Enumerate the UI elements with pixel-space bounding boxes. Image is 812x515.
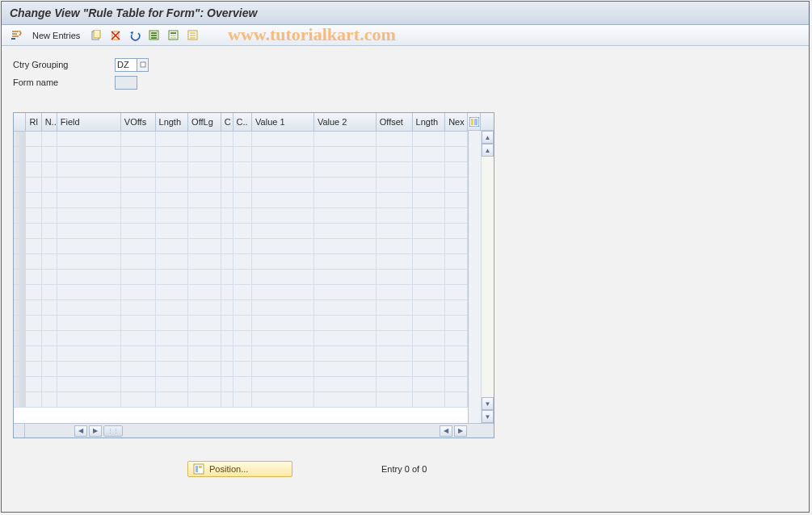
- cell[interactable]: [313, 269, 376, 284]
- cell[interactable]: [120, 345, 155, 361]
- cell[interactable]: [26, 269, 41, 284]
- cell[interactable]: [188, 391, 221, 407]
- cell[interactable]: [57, 223, 120, 238]
- cell[interactable]: [313, 376, 376, 391]
- cell[interactable]: [313, 238, 376, 253]
- cell[interactable]: [313, 192, 376, 207]
- cell[interactable]: [313, 315, 376, 330]
- horizontal-scrollbar[interactable]: ◀ ▶ ⋮⋮ ◀ ▶: [14, 423, 494, 438]
- cell[interactable]: [41, 391, 57, 407]
- cell[interactable]: [233, 192, 251, 207]
- cell[interactable]: [41, 177, 57, 192]
- cell[interactable]: [155, 223, 188, 238]
- cell[interactable]: [412, 391, 445, 407]
- row-selector[interactable]: [14, 376, 26, 391]
- table-settings-icon[interactable]: [468, 113, 481, 131]
- cell[interactable]: [188, 161, 221, 177]
- select-all-icon[interactable]: [146, 28, 162, 43]
- cell[interactable]: [376, 238, 412, 253]
- cell[interactable]: [412, 192, 445, 207]
- cell[interactable]: [120, 238, 155, 253]
- column-header[interactable]: Lngth: [155, 113, 188, 131]
- row-selector[interactable]: [14, 192, 26, 207]
- cell[interactable]: [188, 192, 221, 207]
- column-header[interactable]: Value 1: [252, 113, 314, 131]
- cell[interactable]: [252, 253, 314, 269]
- cell[interactable]: [155, 345, 188, 361]
- table-row[interactable]: [14, 391, 468, 407]
- cell[interactable]: [313, 146, 376, 161]
- cell[interactable]: [233, 146, 251, 161]
- table-row[interactable]: [14, 284, 468, 299]
- cell[interactable]: [41, 192, 57, 207]
- cell[interactable]: [252, 161, 314, 177]
- cell[interactable]: [313, 177, 376, 192]
- cell[interactable]: [233, 161, 251, 177]
- cell[interactable]: [57, 315, 120, 330]
- column-header[interactable]: Field: [57, 113, 120, 131]
- cell[interactable]: [233, 238, 251, 253]
- table-row[interactable]: [14, 131, 468, 146]
- cell[interactable]: [233, 223, 251, 238]
- row-selector[interactable]: [14, 131, 26, 146]
- cell[interactable]: [41, 253, 57, 269]
- cell[interactable]: [26, 192, 41, 207]
- cell[interactable]: [445, 284, 468, 299]
- cell[interactable]: [26, 345, 41, 361]
- cell[interactable]: [26, 361, 41, 376]
- cell[interactable]: [412, 330, 445, 345]
- cell[interactable]: [445, 299, 468, 315]
- cell[interactable]: [376, 299, 412, 315]
- cell[interactable]: [41, 330, 57, 345]
- cell[interactable]: [233, 253, 251, 269]
- cell[interactable]: [57, 177, 120, 192]
- row-selector[interactable]: [14, 345, 26, 361]
- column-header[interactable]: VOffs: [120, 113, 155, 131]
- column-header[interactable]: C..: [233, 113, 251, 131]
- cell[interactable]: [445, 192, 468, 207]
- cell[interactable]: [412, 361, 445, 376]
- ctry-grouping-field[interactable]: [115, 58, 137, 72]
- cell[interactable]: [120, 376, 155, 391]
- cell[interactable]: [155, 131, 188, 146]
- cell[interactable]: [445, 315, 468, 330]
- cell[interactable]: [120, 161, 155, 177]
- table-row[interactable]: [14, 223, 468, 238]
- table-row[interactable]: [14, 253, 468, 269]
- cell[interactable]: [188, 238, 221, 253]
- cell[interactable]: [252, 207, 314, 223]
- cell[interactable]: [313, 361, 376, 376]
- cell[interactable]: [120, 361, 155, 376]
- column-header[interactable]: OffLg: [188, 113, 221, 131]
- cell[interactable]: [412, 299, 445, 315]
- cell[interactable]: [412, 315, 445, 330]
- cell[interactable]: [445, 376, 468, 391]
- cell[interactable]: [233, 177, 251, 192]
- cell[interactable]: [120, 315, 155, 330]
- cell[interactable]: [412, 223, 445, 238]
- cell[interactable]: [26, 238, 41, 253]
- cell[interactable]: [120, 299, 155, 315]
- cell[interactable]: [120, 269, 155, 284]
- cell[interactable]: [26, 330, 41, 345]
- cell[interactable]: [445, 131, 468, 146]
- cell[interactable]: [376, 269, 412, 284]
- rule-table[interactable]: RlN..FieldVOffsLngthOffLgCC..Value 1Valu…: [14, 113, 468, 408]
- cell[interactable]: [445, 238, 468, 253]
- cell[interactable]: [155, 361, 188, 376]
- cell[interactable]: [445, 253, 468, 269]
- cell[interactable]: [155, 315, 188, 330]
- cell[interactable]: [155, 161, 188, 177]
- scroll-down-icon[interactable]: ▼: [482, 410, 494, 423]
- cell[interactable]: [376, 284, 412, 299]
- cell[interactable]: [376, 330, 412, 345]
- cell[interactable]: [41, 361, 57, 376]
- cell[interactable]: [41, 207, 57, 223]
- cell[interactable]: [412, 207, 445, 223]
- cell[interactable]: [155, 238, 188, 253]
- row-selector[interactable]: [14, 223, 26, 238]
- cell[interactable]: [313, 330, 376, 345]
- cell[interactable]: [155, 146, 188, 161]
- row-selector[interactable]: [14, 269, 26, 284]
- cell[interactable]: [221, 253, 233, 269]
